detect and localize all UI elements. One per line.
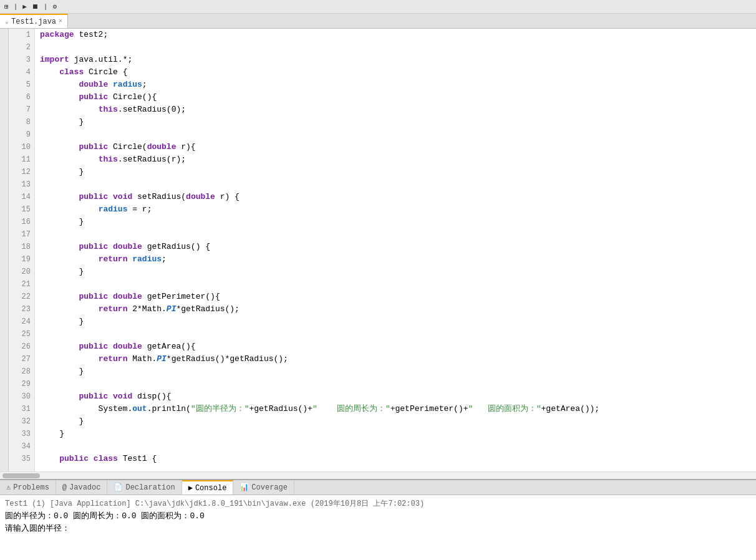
- code-area[interactable]: package test2; import java.util.*; class…: [35, 29, 756, 471]
- code-line: [40, 41, 756, 54]
- token-normal: 2*Math.: [127, 304, 166, 314]
- token-string: "圆的半径为：": [191, 404, 250, 413]
- token-static-field: PI: [167, 304, 177, 314]
- line-number: 9: [9, 128, 34, 141]
- toolbar-icon-3[interactable]: ▶: [21, 2, 29, 11]
- code-line: [40, 278, 756, 291]
- line-number: 7: [9, 104, 34, 116]
- tab-close-button[interactable]: ×: [59, 18, 62, 25]
- code-line: [40, 440, 756, 453]
- token-kw-void: void: [113, 392, 132, 401]
- left-gutter: [0, 29, 9, 471]
- line-number: 6−: [9, 91, 34, 104]
- token-normal: getArea(){: [142, 342, 196, 351]
- tab-bar: ☕ Test1.java ×: [0, 14, 756, 29]
- token-kw-return: return: [99, 254, 128, 264]
- token-field: radius: [132, 254, 162, 264]
- code-line: public void setRadius(double r) {: [40, 191, 756, 203]
- tab-filename: Test1.java: [11, 17, 56, 26]
- token-normal: [40, 92, 79, 102]
- line-number: 10−: [9, 141, 34, 153]
- token-normal: [40, 342, 79, 351]
- token-kw-public: public: [79, 392, 108, 401]
- token-static-field: PI: [157, 354, 167, 364]
- token-kw-public: public: [59, 454, 89, 463]
- bottom-tab-console[interactable]: ▶Console: [182, 480, 234, 495]
- token-normal: System.: [40, 404, 132, 413]
- line-number: 25: [9, 328, 34, 340]
- token-normal: [108, 192, 113, 201]
- line-number: 30−: [9, 390, 34, 403]
- token-normal: [40, 205, 99, 214]
- code-line: public void disp(){: [40, 390, 756, 403]
- code-line: import java.util.*;: [40, 54, 756, 66]
- console-title: Test1 (1) [Java Application] C:\java\jdk…: [5, 498, 751, 510]
- token-normal: [40, 80, 79, 89]
- token-kw-public: public: [79, 192, 108, 201]
- line-number: 17: [9, 228, 34, 241]
- line-number: 23: [9, 303, 34, 316]
- code-line: }: [40, 266, 756, 278]
- code-line: [40, 228, 756, 241]
- editor-container: 123456−78910−11121314−15161718−19202122−…: [0, 29, 756, 471]
- line-number: 33: [9, 428, 34, 440]
- code-line: }: [40, 428, 756, 440]
- line-number: 24: [9, 316, 34, 328]
- token-normal: .setRadius(r);: [118, 155, 186, 164]
- problems-tab-label: Problems: [13, 483, 49, 492]
- token-kw-class: class: [94, 454, 118, 463]
- code-line: [40, 178, 756, 191]
- code-line: radius = r;: [40, 203, 756, 216]
- token-kw-return: return: [99, 354, 128, 364]
- code-line: }: [40, 415, 756, 428]
- token-kw-return: return: [99, 304, 128, 314]
- code-line: public double getPerimeter(){: [40, 291, 756, 303]
- line-number: 28: [9, 365, 34, 378]
- code-line: System.out.println("圆的半径为："+getRadius()+…: [40, 403, 756, 415]
- line-number: 12: [9, 166, 34, 178]
- token-normal: [108, 292, 113, 301]
- token-normal: setRadius(: [132, 192, 186, 201]
- line-number: 29: [9, 378, 34, 390]
- console-output-line: 圆的半径为：0.0 圆的周长为：0.0 圆的面积为：0.0: [5, 510, 751, 523]
- code-line: this.setRadius(0);: [40, 104, 756, 116]
- horizontal-scrollbar[interactable]: [0, 471, 756, 479]
- line-number: 32: [9, 415, 34, 428]
- line-number: 35: [9, 453, 34, 465]
- token-normal: }: [40, 267, 84, 276]
- token-kw-this: this: [99, 105, 118, 114]
- toolbar: ⊞ | ▶ ⏹ | ⚙: [0, 0, 756, 14]
- code-line: public double getArea(){: [40, 340, 756, 353]
- toolbar-icon-4[interactable]: ⏹: [30, 2, 41, 11]
- bottom-tab-declaration[interactable]: 📄Declaration: [107, 480, 182, 495]
- bottom-tab-javadoc[interactable]: @Javadoc: [56, 480, 108, 495]
- bottom-tab-problems[interactable]: ⚠Problems: [0, 480, 56, 495]
- token-normal: }: [40, 417, 84, 426]
- problems-tab-icon: ⚠: [6, 483, 11, 492]
- code-line: public class Test1 {: [40, 453, 756, 465]
- token-string: " 圆的面积为：": [468, 404, 541, 413]
- code-line: [40, 128, 756, 141]
- bottom-tab-coverage[interactable]: 📊Coverage: [233, 480, 294, 495]
- token-kw-double: double: [113, 292, 142, 301]
- line-number: 4: [9, 66, 34, 79]
- token-normal: }: [40, 367, 84, 376]
- console-tab-icon: ▶: [188, 483, 193, 493]
- token-normal: .println(: [147, 404, 191, 413]
- toolbar-icon-6[interactable]: ⚙: [51, 2, 59, 11]
- token-normal: [40, 142, 79, 152]
- toolbar-icon-1: ⊞: [2, 2, 11, 11]
- code-line: [40, 328, 756, 340]
- toolbar-icon-5: |: [42, 2, 50, 11]
- token-normal: r){: [176, 142, 195, 152]
- token-kw-public: public: [79, 242, 108, 251]
- java-file-icon: ☕: [5, 18, 9, 26]
- hscroll-thumb[interactable]: [2, 473, 40, 478]
- token-normal: *getRadius()*getRadius();: [167, 354, 288, 364]
- token-kw-public: public: [79, 342, 108, 351]
- line-number: 1: [9, 29, 34, 41]
- token-normal: [40, 192, 79, 201]
- editor-tab[interactable]: ☕ Test1.java ×: [0, 14, 68, 28]
- line-numbers: 123456−78910−11121314−15161718−19202122−…: [9, 29, 35, 471]
- line-number: 13: [9, 178, 34, 191]
